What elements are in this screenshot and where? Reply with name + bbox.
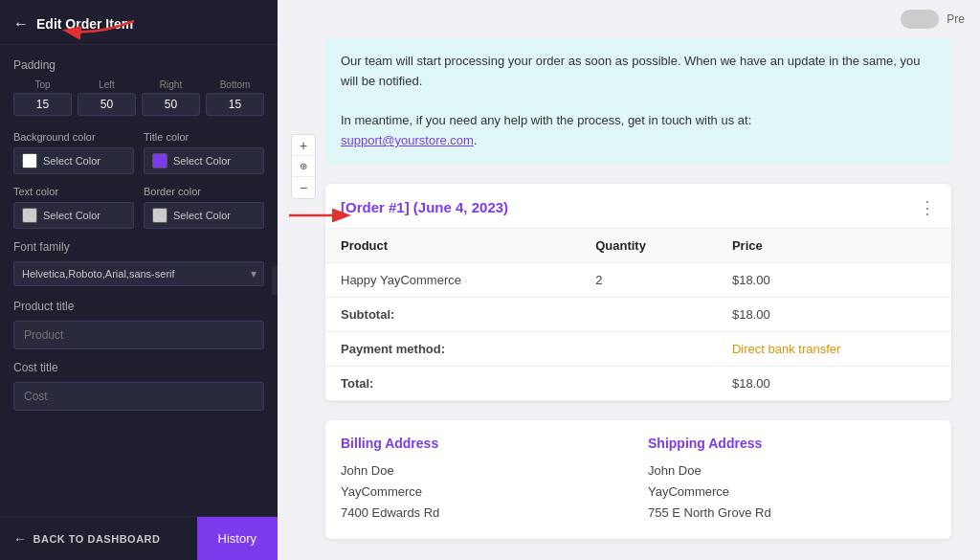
panel-title: Edit Order Item	[36, 16, 133, 32]
padding-top: Top	[13, 79, 72, 116]
order-title: [Order #1] (June 4, 2023)	[341, 199, 508, 215]
payment-row: Payment method: Direct bank transfer	[325, 331, 951, 366]
padding-bottom-label: Bottom	[220, 79, 251, 90]
cell-quantity: 2	[580, 262, 717, 297]
support-email-link[interactable]: support@yourstore.com	[341, 133, 474, 147]
background-color-label: Background color	[13, 131, 134, 143]
text-color-text: Select Color	[43, 210, 100, 221]
total-label: Total:	[325, 366, 717, 400]
back-to-dashboard-text: BACK TO DASHBOARD	[33, 533, 161, 545]
zoom-controls: + ⊕ −	[291, 134, 316, 199]
subtotal-label: Subtotal:	[325, 297, 717, 331]
shipping-line-3: 755 E North Grove Rd	[648, 503, 936, 524]
padding-bottom-input[interactable]	[206, 93, 264, 116]
text-color-swatch	[22, 208, 37, 223]
product-title-label: Product title	[13, 300, 264, 313]
shipping-line-1: John Doe	[648, 460, 936, 482]
col-quantity: Quantity	[580, 228, 717, 262]
title-color-swatch	[152, 153, 167, 168]
padding-right: Right	[142, 79, 200, 116]
padding-label: Padding	[13, 58, 264, 72]
shipping-line-2: YayCommerce	[648, 482, 936, 503]
top-bar: Pre	[278, 0, 980, 38]
address-section: Billing Address John Doe YayCommerce 740…	[325, 420, 951, 539]
background-color-text: Select Color	[43, 155, 100, 167]
zoom-fit-button[interactable]: ⊕	[292, 156, 315, 177]
panel-back-arrow[interactable]: ←	[13, 15, 29, 33]
right-panel: Pre + ⊕ − Our team will start processing…	[278, 0, 980, 560]
order-table: Product Quantity Price Happy YayCommerce…	[325, 228, 951, 401]
padding-left: Left	[78, 79, 136, 116]
product-title-input[interactable]	[13, 321, 264, 349]
background-color-group: Background color Select Color	[13, 131, 134, 174]
padding-right-input[interactable]	[142, 93, 200, 116]
cell-product: Happy YayCommerce	[325, 262, 580, 297]
padding-left-input[interactable]	[78, 93, 136, 116]
padding-top-input[interactable]	[13, 93, 72, 116]
billing-line-1: John Doe	[341, 460, 629, 482]
font-family-select[interactable]: Helvetica,Roboto,Arial,sans-serif Georgi…	[13, 261, 264, 286]
table-row: Happy YayCommerce 2 $18.00	[325, 262, 951, 297]
cost-title-input[interactable]	[13, 382, 264, 411]
background-color-button[interactable]: Select Color	[13, 147, 134, 174]
cost-title-label: Cost title	[13, 361, 264, 374]
order-menu-button[interactable]: ⋮	[919, 197, 936, 218]
title-color-label: Title color	[144, 131, 264, 143]
total-value: $18.00	[717, 366, 951, 400]
text-color-label: Text color	[13, 186, 134, 197]
cost-title-section: Cost title	[13, 361, 264, 411]
padding-right-label: Right	[160, 79, 182, 90]
table-header-row: Product Quantity Price	[325, 228, 951, 262]
color-row-2: Text color Select Color Border color Sel…	[13, 186, 264, 229]
border-color-button[interactable]: Select Color	[144, 202, 264, 229]
text-color-group: Text color Select Color	[13, 186, 134, 229]
color-row-1: Background color Select Color Title colo…	[13, 131, 264, 174]
zoom-in-button[interactable]: +	[292, 135, 315, 156]
col-price: Price	[717, 228, 951, 262]
font-family-label: Font family	[13, 240, 264, 254]
shipping-address: Shipping Address John Doe YayCommerce 75…	[648, 436, 936, 524]
order-block: [Order #1] (June 4, 2023) ⋮ Product Quan…	[325, 184, 951, 401]
panel-header: ← Edit Order Item	[0, 0, 278, 45]
product-title-section: Product title	[13, 300, 264, 349]
info-banner: Our team will start processing your orde…	[325, 38, 951, 165]
padding-left-label: Left	[99, 79, 115, 90]
preview-label: Pre	[947, 12, 965, 26]
text-color-button[interactable]: Select Color	[13, 202, 134, 229]
border-color-label: Border color	[144, 186, 264, 197]
total-row: Total: $18.00	[325, 366, 951, 400]
payment-label: Payment method:	[325, 331, 717, 366]
title-color-text: Select Color	[173, 155, 231, 167]
panel-content: Padding Top Left Right Bottom Background	[0, 45, 278, 516]
order-header: [Order #1] (June 4, 2023) ⋮	[325, 184, 951, 228]
preview-toggle[interactable]	[901, 10, 939, 29]
padding-top-label: Top	[34, 79, 50, 90]
background-color-swatch	[22, 153, 37, 168]
border-color-swatch	[152, 208, 167, 223]
info-text-1: Our team will start processing your orde…	[341, 52, 936, 92]
border-color-group: Border color Select Color	[144, 186, 264, 229]
col-product: Product	[325, 228, 580, 262]
font-family-wrapper: Helvetica,Roboto,Arial,sans-serif Georgi…	[13, 261, 264, 286]
shipping-title: Shipping Address	[648, 436, 936, 451]
font-family-section: Font family Helvetica,Roboto,Arial,sans-…	[13, 240, 264, 286]
collapse-handle[interactable]: ‹	[272, 266, 278, 295]
subtotal-row: Subtotal: $18.00	[325, 297, 951, 331]
title-color-button[interactable]: Select Color	[144, 147, 264, 174]
zoom-out-button[interactable]: −	[292, 177, 315, 198]
billing-line-3: 7400 Edwards Rd	[341, 503, 629, 524]
left-panel: ← Edit Order Item Padding Top Left	[0, 0, 278, 560]
order-content: Our team will start processing your orde…	[278, 38, 980, 560]
padding-bottom: Bottom	[206, 79, 264, 116]
padding-grid: Top Left Right Bottom	[13, 79, 264, 116]
info-text-2: In meantime, if you need any help with t…	[341, 111, 936, 151]
billing-address: Billing Address John Doe YayCommerce 740…	[341, 436, 629, 524]
title-color-group: Title color Select Color	[144, 131, 264, 174]
billing-line-2: YayCommerce	[341, 482, 629, 503]
payment-value: Direct bank transfer	[717, 331, 951, 366]
border-color-text: Select Color	[173, 210, 231, 221]
history-button[interactable]: History	[197, 517, 278, 560]
cell-price: $18.00	[717, 262, 951, 297]
back-to-dashboard-button[interactable]: ← BACK TO DASHBOARD	[0, 517, 197, 560]
billing-title: Billing Address	[341, 436, 629, 451]
